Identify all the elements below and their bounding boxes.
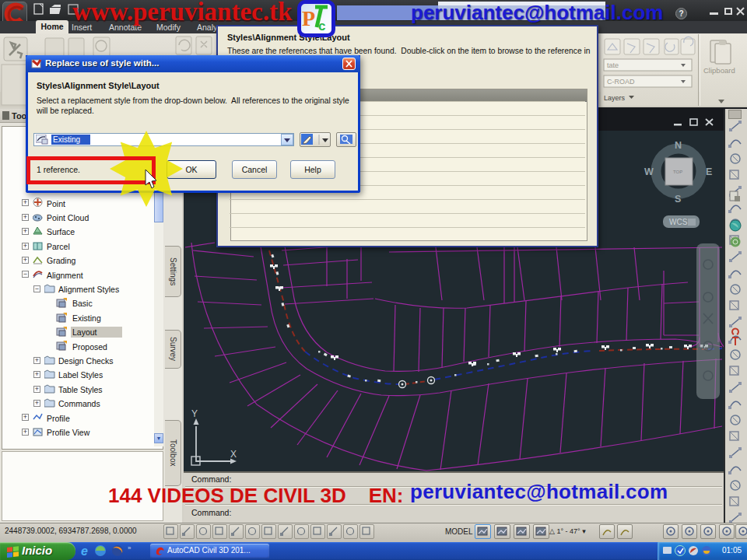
svg-text:W: W bbox=[644, 166, 654, 177]
svg-text:WCS: WCS bbox=[669, 218, 688, 226]
svg-text:E: E bbox=[706, 166, 712, 177]
svg-text:e: e bbox=[81, 544, 88, 558]
svg-text:P: P bbox=[302, 6, 315, 30]
svg-text:TOP: TOP bbox=[673, 170, 682, 174]
svg-text:X: X bbox=[230, 449, 237, 460]
svg-text:»: » bbox=[128, 544, 132, 551]
svg-text:Y: Y bbox=[191, 408, 198, 419]
svg-text:N: N bbox=[675, 140, 682, 151]
svg-text:c: c bbox=[318, 19, 325, 33]
svg-text:S: S bbox=[675, 194, 681, 205]
